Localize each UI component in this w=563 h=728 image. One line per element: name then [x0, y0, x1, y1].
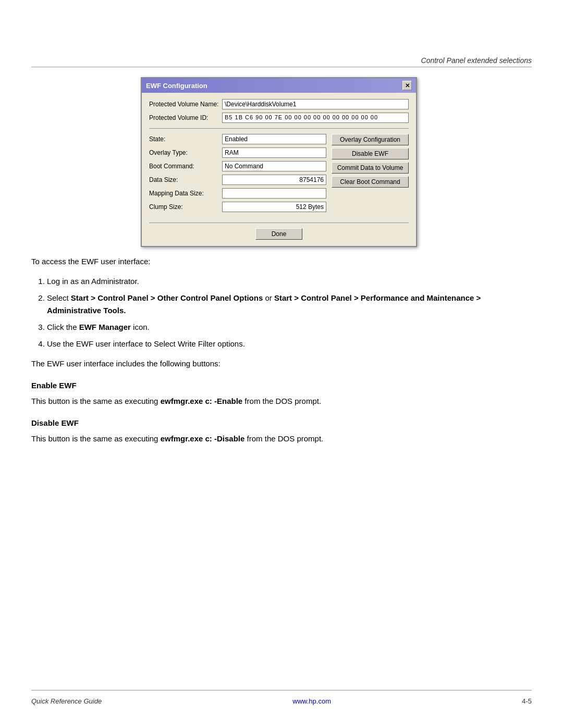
- disable-ewf-suffix: from the DOS prompt.: [244, 434, 323, 443]
- commit-data-button[interactable]: Commit Data to Volume: [332, 162, 409, 174]
- section-divider: [149, 128, 409, 129]
- overlay-configuration-button[interactable]: Overlay Configuration: [332, 134, 409, 145]
- clear-boot-command-button[interactable]: Clear Boot Command: [332, 176, 409, 188]
- footer-rule: [31, 690, 532, 690]
- content-area: To access the EWF user interface: Log in…: [31, 255, 532, 451]
- overlay-type-value: RAM: [222, 147, 326, 158]
- disable-ewf-button[interactable]: Disable EWF: [332, 148, 409, 159]
- boot-command-value: No Command: [222, 161, 326, 171]
- step-3: Click the EWF Manager icon.: [47, 321, 532, 334]
- enable-ewf-paragraph: This button is the same as executing ewf…: [31, 395, 532, 408]
- mapping-data-size-label: Mapping Data Size:: [149, 190, 222, 197]
- footer-left: Quick Reference Guide: [31, 697, 102, 705]
- step-4: Use the EWF user interface to Select Wri…: [47, 338, 532, 350]
- disable-ewf-paragraph: This button is the same as executing ewf…: [31, 433, 532, 445]
- step2-bold1: Start > Control Panel > Other Control Pa…: [71, 293, 263, 302]
- ewf-dialog-window: EWF Configuration ✕ Protected Volume Nam…: [141, 77, 417, 247]
- main-section: State: Enabled Overlay Type: RAM Boot Co…: [149, 134, 409, 215]
- enable-ewf-suffix: from the DOS prompt.: [242, 397, 321, 405]
- ewf-dialog-container: EWF Configuration ✕ Protected Volume Nam…: [141, 77, 417, 247]
- disable-ewf-command: ewfmgr.exe c: -Disable: [161, 434, 245, 443]
- protected-volume-id-label: Protected Volume ID:: [149, 114, 222, 121]
- state-label: State:: [149, 135, 222, 143]
- dialog-title: EWF Configuration: [146, 82, 207, 90]
- header-rule: [31, 67, 532, 67]
- overlay-type-label: Overlay Type:: [149, 149, 222, 156]
- mapping-data-size-row: Mapping Data Size:: [149, 188, 326, 199]
- footer-center-link[interactable]: www.hp.com: [292, 697, 331, 705]
- steps-list: Log in as an Administrator. Select Start…: [31, 275, 532, 350]
- data-size-row: Data Size: 8754176: [149, 175, 326, 185]
- footer-page-number: 4-5: [522, 697, 532, 705]
- done-button[interactable]: Done: [255, 228, 303, 240]
- protected-volume-name-row: Protected Volume Name: \Device\HarddiskV…: [149, 99, 409, 109]
- done-section: Done: [149, 223, 409, 240]
- state-row: State: Enabled: [149, 134, 326, 144]
- ewf-manager-bold: EWF Manager: [79, 323, 131, 331]
- state-value: Enabled: [222, 134, 326, 144]
- step-1: Log in as an Administrator.: [47, 275, 532, 288]
- disable-ewf-prefix: This button is the same as executing: [31, 434, 161, 443]
- data-size-value: 8754176: [222, 175, 326, 185]
- boot-command-row: Boot Command: No Command: [149, 161, 326, 171]
- data-size-label: Data Size:: [149, 176, 222, 183]
- intro-text: To access the EWF user interface:: [31, 255, 532, 268]
- enable-ewf-prefix: This button is the same as executing: [31, 397, 161, 405]
- buttons-intro: The EWF user interface includes the foll…: [31, 357, 532, 370]
- dialog-body: Protected Volume Name: \Device\HarddiskV…: [142, 93, 416, 246]
- overlay-type-row: Overlay Type: RAM: [149, 147, 326, 158]
- protected-volume-id-value: B5 1B C6 90 00 7E 00 00 00 00 00 00 00 0…: [222, 113, 409, 123]
- enable-ewf-command: ewfmgr.exe c: -Enable: [161, 397, 243, 405]
- dialog-close-button[interactable]: ✕: [402, 81, 412, 90]
- boot-command-label: Boot Command:: [149, 163, 222, 170]
- clump-size-label: Clump Size:: [149, 203, 222, 211]
- footer: Quick Reference Guide www.hp.com 4-5: [31, 697, 532, 705]
- protected-volume-name-value: \Device\HarddiskVolume1: [222, 99, 409, 109]
- enable-ewf-heading: Enable EWF: [31, 379, 532, 392]
- clump-size-value: 512 Bytes: [222, 202, 326, 212]
- dialog-titlebar: EWF Configuration ✕: [142, 78, 416, 93]
- clump-size-row: Clump Size: 512 Bytes: [149, 202, 326, 212]
- left-fields: State: Enabled Overlay Type: RAM Boot Co…: [149, 134, 326, 215]
- protected-volume-name-label: Protected Volume Name:: [149, 101, 222, 108]
- page-header: Control Panel extended selections: [421, 56, 532, 65]
- right-buttons: Overlay Configuration Disable EWF Commit…: [332, 134, 409, 215]
- protected-volume-id-row: Protected Volume ID: B5 1B C6 90 00 7E 0…: [149, 113, 409, 123]
- step-2: Select Start > Control Panel > Other Con…: [47, 292, 532, 317]
- disable-ewf-heading: Disable EWF: [31, 417, 532, 429]
- mapping-data-size-value: [222, 188, 326, 199]
